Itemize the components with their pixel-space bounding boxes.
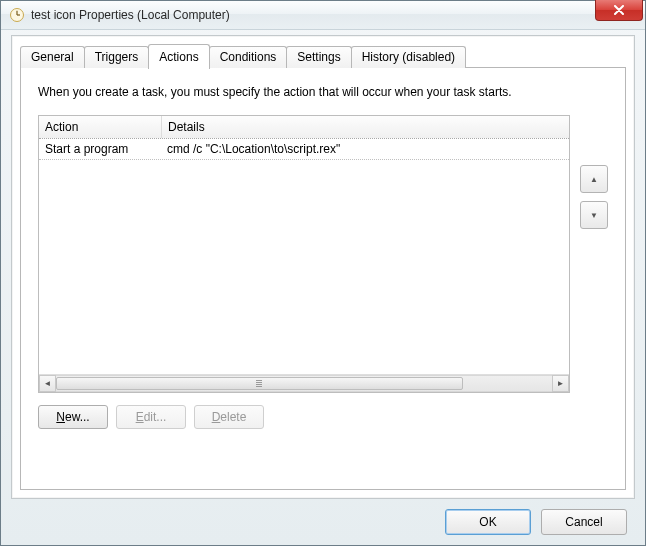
move-down-button[interactable]: ▼ — [580, 201, 608, 229]
window-title: test icon Properties (Local Computer) — [31, 8, 230, 22]
horizontal-scrollbar[interactable]: ◄ ► — [39, 374, 569, 392]
dialog-body: General Triggers Actions Conditions Sett… — [11, 35, 635, 499]
tab-actions[interactable]: Actions — [148, 44, 209, 69]
ok-button[interactable]: OK — [445, 509, 531, 535]
scroll-thumb[interactable] — [56, 377, 463, 390]
dialog-footer: OK Cancel — [445, 509, 627, 535]
scroll-left-button[interactable]: ◄ — [39, 375, 56, 392]
list-body: Start a program cmd /c "C:\Location\to\s… — [39, 139, 569, 374]
arrow-down-icon: ▼ — [590, 211, 598, 220]
tab-triggers[interactable]: Triggers — [84, 46, 150, 68]
actions-panel: When you create a task, you must specify… — [20, 67, 626, 490]
action-buttons-row: New... Edit... Delete — [38, 405, 608, 429]
close-button[interactable] — [595, 0, 643, 21]
list-cell-action: Start a program — [39, 139, 161, 159]
new-button[interactable]: New... — [38, 405, 108, 429]
list-item[interactable]: Start a program cmd /c "C:\Location\to\s… — [39, 139, 569, 160]
tab-conditions[interactable]: Conditions — [209, 46, 288, 68]
tab-settings[interactable]: Settings — [286, 46, 351, 68]
scroll-right-button[interactable]: ► — [552, 375, 569, 392]
titlebar: test icon Properties (Local Computer) — [1, 1, 645, 30]
arrow-up-icon: ▲ — [590, 175, 598, 184]
instruction-text: When you create a task, you must specify… — [38, 85, 608, 99]
list-header: Action Details — [39, 116, 569, 139]
delete-button[interactable]: Delete — [194, 405, 264, 429]
tab-general[interactable]: General — [20, 46, 85, 68]
cancel-button[interactable]: Cancel — [541, 509, 627, 535]
column-header-details[interactable]: Details — [162, 116, 569, 138]
tab-history[interactable]: History (disabled) — [351, 46, 466, 68]
window-frame: test icon Properties (Local Computer) Ge… — [0, 0, 646, 546]
list-cell-details: cmd /c "C:\Location\to\script.rex" — [161, 139, 569, 159]
actions-list[interactable]: Action Details Start a program cmd /c "C… — [38, 115, 570, 393]
tab-strip: General Triggers Actions Conditions Sett… — [20, 44, 626, 68]
column-header-action[interactable]: Action — [39, 116, 162, 138]
edit-button[interactable]: Edit... — [116, 405, 186, 429]
scroll-track[interactable] — [56, 375, 552, 392]
move-up-button[interactable]: ▲ — [580, 165, 608, 193]
task-scheduler-icon — [9, 7, 25, 23]
reorder-buttons: ▲ ▼ — [580, 115, 608, 237]
close-icon — [613, 5, 625, 15]
